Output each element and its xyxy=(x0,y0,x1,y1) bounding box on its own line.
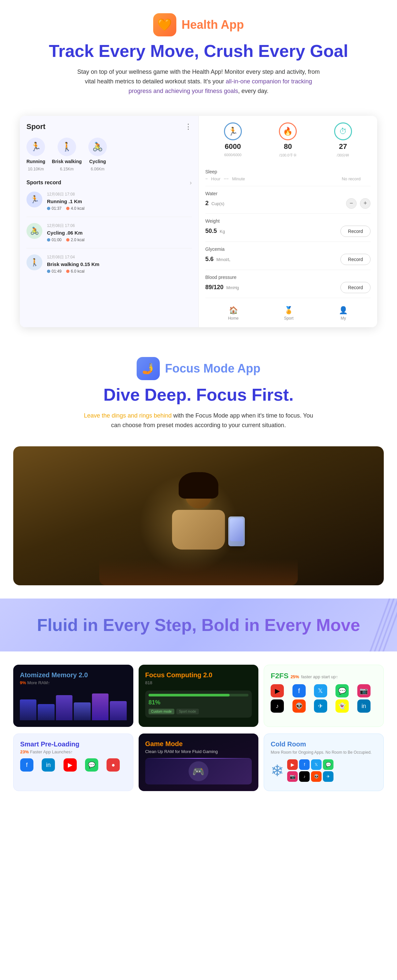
ram-bar-5 xyxy=(92,694,108,720)
header-section: 🧡 Health App Track Every Move, Crush Eve… xyxy=(0,0,397,106)
cold-room-visual: ❄ ▶ f 𝕏 💬 📷 ♪ 👽 ✈ xyxy=(271,759,377,782)
sleep-dash2: −− xyxy=(224,177,229,181)
bp-record-button[interactable]: Record xyxy=(340,282,370,293)
record-item-walking: 🚶 12月08日 17:04 Brisk walking 0.15 Km 01:… xyxy=(27,255,192,280)
ram-bar-4 xyxy=(74,702,91,720)
focus-section: 🤳 Focus Mode App Dive Deep. Focus First.… xyxy=(0,337,397,440)
mode-option-1: Custom mode xyxy=(149,709,174,714)
app-icon-row: 🧡 Health App xyxy=(6,13,391,37)
focus-app-title: Focus Mode App xyxy=(165,362,261,375)
sleep-controls: − Hour −− Minute xyxy=(205,177,245,181)
atomized-memory-title: Atomized Memory 2.0 xyxy=(20,671,127,679)
app-icon-4: 💬 xyxy=(335,684,349,697)
focus-photo-section xyxy=(13,446,384,585)
app-icon-7: 👽 xyxy=(292,700,306,713)
ram-bar-1 xyxy=(20,700,37,720)
f2fs-pct: 25% xyxy=(291,674,299,679)
features-grid-row2: Smart Pre-Loading 23% Faster App Launche… xyxy=(13,733,384,791)
activity-row: 🏃 Running 10.10Km 🚶 Brisk walking 6.15Km… xyxy=(27,138,192,171)
steps-metric: 🏃 6000 6000/6000 xyxy=(224,123,242,158)
nav-sport[interactable]: 🏅 Sport xyxy=(284,306,294,321)
preload-app-3: ▶ xyxy=(64,758,77,772)
time-stat: 01:37 xyxy=(47,206,62,211)
smart-preloading-subtitle: 23% Faster App Launches↑ xyxy=(20,749,126,754)
cold-app-3: 𝕏 xyxy=(311,759,322,770)
calories-icon: 🔥 xyxy=(279,123,297,140)
health-ui-section: Sport ⋮ 🏃 Running 10.10Km 🚶 Brisk walkin… xyxy=(20,116,377,327)
glycemia-record-button[interactable]: Record xyxy=(340,254,370,265)
cycling-icon: 🚴 xyxy=(88,138,107,156)
nav-my[interactable]: 👤 My xyxy=(339,306,348,321)
nav-home[interactable]: 🏠 Home xyxy=(228,306,238,321)
cold-room-title: Cold Room xyxy=(271,740,377,748)
preload-app-1: f xyxy=(20,758,33,772)
health-app-title: Health App xyxy=(182,18,244,32)
game-mode-subtitle: Clean Up RAM for More Fluid Gaming xyxy=(145,749,252,754)
ram-bar-3 xyxy=(56,695,73,721)
focus-app-icon: 🤳 xyxy=(137,357,160,380)
smart-preloading-card: Smart Pre-Loading 23% Faster App Launche… xyxy=(13,733,133,791)
water-decrease-button[interactable]: − xyxy=(346,198,357,209)
bp-value-group: 89/120 MmHg xyxy=(205,284,239,291)
f2fs-title: F2FS xyxy=(271,671,289,680)
app-icon-2: f xyxy=(292,684,306,697)
dots-menu[interactable]: ⋮ xyxy=(184,123,192,131)
app-icon-10: in xyxy=(357,700,370,713)
blood-pressure-content: 89/120 MmHg Record xyxy=(205,282,371,293)
water-increase-button[interactable]: + xyxy=(360,198,370,209)
cold-app-6: ♪ xyxy=(299,771,310,782)
calories-metric: 🔥 80 /100.0千卡 xyxy=(279,123,297,158)
kcal-stat-cycling: 2.0 kcal xyxy=(66,237,84,242)
water-row: Water 2 Cup(s) − + xyxy=(205,186,371,214)
home-icon: 🏠 xyxy=(229,306,238,315)
app-icon-9: 👻 xyxy=(335,700,349,713)
atomized-memory-card: Atomized Memory 2.0 9% More RAM↑ xyxy=(13,665,133,727)
f2fs-app-icons: ▶ f 𝕏 💬 📷 ♪ 👽 ✈ 👻 in xyxy=(271,684,377,713)
metrics-top: 🏃 6000 6000/6000 🔥 80 /100.0千卡 ⏱ 27 /30分… xyxy=(205,123,371,158)
steps-icon: 🏃 xyxy=(224,123,242,140)
weight-value-group: 50.5 Kg xyxy=(205,228,225,235)
record-stats-cycling: 01:00 2.0 kcal xyxy=(47,237,192,242)
time-metric: ⏱ 27 /30分钟 xyxy=(334,123,352,158)
time-dot-cycling xyxy=(47,238,50,242)
weight-row: Weight 50.5 Kg Record xyxy=(205,214,371,242)
sports-record-header: Sports record › xyxy=(27,179,192,186)
ram-bar-6 xyxy=(110,701,126,721)
weight-record-button[interactable]: Record xyxy=(340,226,370,237)
running-icon: 🏃 xyxy=(27,138,45,156)
record-cycling-info: 12月08日 17:06 Cycling .06 Km 01:00 2.0 kc… xyxy=(47,223,192,242)
smart-preloading-title: Smart Pre-Loading xyxy=(20,740,126,748)
water-controls: − + xyxy=(346,198,370,209)
chevron-right-icon[interactable]: › xyxy=(190,179,192,186)
record-item-running: 🏃 12月08日 17:08 Running .1 Km 01:37 4.0 k… xyxy=(27,192,192,217)
atomized-pct: 9% xyxy=(20,680,26,685)
kcal-stat: 4.0 kcal xyxy=(66,206,84,211)
cold-room-subtitle: More Room for Ongoing Apps. No Room to B… xyxy=(271,749,377,755)
body-shape xyxy=(172,510,225,550)
record-stats: 01:37 4.0 kcal xyxy=(47,206,192,211)
record-stats-walking: 01:49 6.0 kcal xyxy=(47,269,192,274)
deco-slashes xyxy=(379,598,397,651)
main-headline: Track Every Move, Crush Every Goal xyxy=(6,42,391,60)
app-icon-3: 𝕏 xyxy=(314,684,327,697)
glycemia-row: Glycemia 5.6 Mmol/L Record xyxy=(205,242,371,270)
ram-bar-2 xyxy=(38,704,54,721)
focus-computing-subtitle: 818 xyxy=(145,680,252,685)
health-app-icon: 🧡 xyxy=(153,13,176,37)
game-visual: 🎮 xyxy=(145,758,252,784)
record-walking-info: 12月08日 17:04 Brisk walking 0.15 Km 01:49… xyxy=(47,255,192,274)
sleep-dash1: − xyxy=(205,177,208,181)
kcal-stat-walking: 6.0 kcal xyxy=(66,269,84,274)
focus-pct: 81% xyxy=(149,699,249,706)
weight-content: 50.5 Kg Record xyxy=(205,226,371,237)
game-icon: 🎮 xyxy=(189,761,208,781)
app-icon-1: ▶ xyxy=(271,684,284,697)
preloading-app-icons: f in ▶ 💬 ● xyxy=(20,758,126,772)
record-running-info: 12月08日 17:08 Running .1 Km 01:37 4.0 kca… xyxy=(47,192,192,211)
cold-app-1: ▶ xyxy=(287,759,298,770)
header-sub-text: Stay on top of your wellness game with t… xyxy=(73,67,324,95)
preload-app-4: 💬 xyxy=(85,758,98,772)
table-surface xyxy=(99,559,298,585)
mode-option-2: Sport mode xyxy=(176,709,199,714)
health-nav: 🏠 Home 🏅 Sport 👤 My xyxy=(205,301,371,321)
